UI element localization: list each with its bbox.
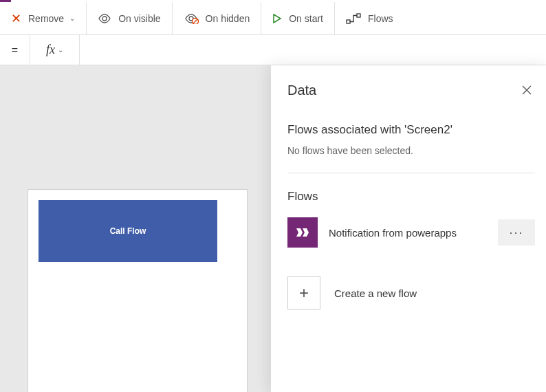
flows-button[interactable]: Flows <box>335 2 404 34</box>
screen-frame: Call Flow <box>28 189 248 392</box>
play-icon <box>272 14 282 23</box>
flow-chart-icon <box>346 13 361 24</box>
svg-rect-3 <box>357 14 360 17</box>
powerapps-icon <box>287 217 318 248</box>
fx-label: fx <box>46 43 55 57</box>
formula-input-wrapper <box>80 35 546 65</box>
associated-flows-empty: No flows have been selected. <box>287 145 535 156</box>
toolbar: ✕ Remove ⌄ On visible On hidden On start… <box>0 2 546 35</box>
remove-label: Remove <box>28 13 64 24</box>
create-flow-button[interactable]: + Create a new flow <box>287 276 535 309</box>
on-start-label: On start <box>289 13 323 24</box>
flow-item-name: Notification from powerapps <box>329 227 487 239</box>
close-icon <box>521 85 532 96</box>
on-visible-button[interactable]: On visible <box>87 2 172 34</box>
chevron-down-icon: ⌄ <box>58 46 63 54</box>
panel-header: Data <box>287 82 535 98</box>
close-panel-button[interactable] <box>518 82 535 98</box>
fx-button[interactable]: fx ⌄ <box>30 35 80 65</box>
data-panel: Data Flows associated with 'Screen2' No … <box>271 65 546 392</box>
plus-icon: + <box>287 276 320 309</box>
flows-label: Flows <box>368 13 393 24</box>
create-flow-label: Create a new flow <box>334 287 417 299</box>
on-start-button[interactable]: On start <box>261 2 335 34</box>
equals-button[interactable]: = <box>0 35 30 65</box>
remove-button[interactable]: ✕ Remove ⌄ <box>0 2 87 34</box>
chevron-down-icon: ⌄ <box>69 14 75 22</box>
flow-item-more-button[interactable]: ··· <box>498 219 535 246</box>
eye-icon <box>98 14 111 23</box>
on-visible-label: On visible <box>118 13 160 24</box>
on-hidden-label: On hidden <box>206 13 250 24</box>
flow-item[interactable]: Notification from powerapps ··· <box>287 217 535 248</box>
more-icon: ··· <box>509 226 523 240</box>
close-icon: ✕ <box>11 11 21 26</box>
formula-input[interactable] <box>87 45 539 56</box>
call-flow-label: Call Flow <box>110 226 146 236</box>
formula-bar: = fx ⌄ <box>0 35 546 65</box>
divider <box>287 173 535 173</box>
associated-flows-heading: Flows associated with 'Screen2' <box>287 123 535 137</box>
svg-rect-2 <box>347 20 350 23</box>
flows-heading: Flows <box>287 190 535 204</box>
eye-off-icon <box>184 13 199 24</box>
call-flow-button[interactable]: Call Flow <box>39 200 217 262</box>
on-hidden-button[interactable]: On hidden <box>173 2 262 34</box>
panel-title: Data <box>287 83 316 98</box>
